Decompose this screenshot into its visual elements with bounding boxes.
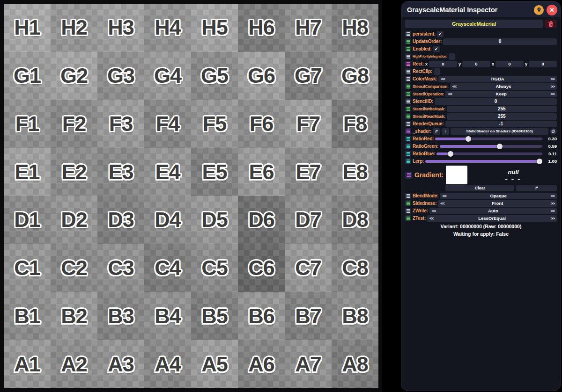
gradient-actions-row: Clear↱ bbox=[405, 185, 557, 191]
shader-null-button[interactable]: ∅ bbox=[550, 128, 557, 135]
board-cell-G4: G4 bbox=[144, 52, 191, 100]
lerp-slider[interactable] bbox=[425, 158, 542, 165]
stenciloperation-next-button[interactable]: >> bbox=[550, 92, 555, 96]
cell-label: A1 bbox=[14, 352, 40, 377]
gradient-swatch[interactable] bbox=[446, 166, 467, 184]
ztest-next-button[interactable]: >> bbox=[550, 216, 555, 221]
board-cell-F6: F6 bbox=[238, 100, 285, 148]
ztest-prev-button[interactable]: << bbox=[429, 216, 434, 221]
hamburger-icon bbox=[407, 107, 410, 111]
property-type-icon bbox=[405, 208, 411, 214]
blendmode-next-button[interactable]: >> bbox=[550, 194, 555, 198]
ztest-value: LessOrEqual bbox=[434, 216, 551, 221]
board-cell-F8: F8 bbox=[332, 100, 378, 148]
ratiored-value: 0.30 bbox=[544, 136, 557, 141]
shader-grab-button-1[interactable]: ↑ bbox=[442, 128, 449, 135]
colormask-prev-button[interactable]: << bbox=[441, 77, 445, 81]
sidedness-next-button[interactable]: >> bbox=[550, 201, 555, 206]
ratioblue-slider[interactable] bbox=[436, 151, 542, 157]
rect-x-0-field[interactable]: 0 bbox=[429, 61, 457, 67]
sidedness-prev-button[interactable]: << bbox=[440, 201, 444, 206]
hamburger-icon bbox=[407, 122, 410, 126]
cell-label: G4 bbox=[154, 64, 181, 88]
hamburger-icon bbox=[407, 152, 410, 156]
delete-button[interactable] bbox=[545, 20, 557, 28]
board-cell-D4: D4 bbox=[144, 196, 191, 244]
cell-label: F4 bbox=[156, 112, 180, 136]
highpriorityintegration-checkbox[interactable] bbox=[449, 53, 455, 60]
board-cell-A3: A3 bbox=[97, 340, 144, 388]
stencilcomparison-prev-button[interactable]: << bbox=[452, 84, 457, 89]
gradient-value-column: null– – – bbox=[470, 166, 557, 184]
close-button[interactable]: ✕ bbox=[547, 5, 557, 15]
hamburger-icon bbox=[407, 115, 410, 118]
board-cell-D8: D8 bbox=[332, 196, 378, 244]
slider-handle[interactable] bbox=[448, 151, 453, 157]
zwrite-next-button[interactable]: >> bbox=[550, 209, 555, 213]
renderqueue-value-field[interactable]: -1 bbox=[445, 121, 557, 127]
hamburger-icon bbox=[407, 173, 411, 177]
rect-y-1-field[interactable]: 0 bbox=[462, 61, 490, 67]
property-label: ColorMask: bbox=[413, 76, 437, 81]
cell-label: B2 bbox=[61, 304, 87, 328]
gradient-grab-button[interactable]: ↱ bbox=[516, 185, 557, 191]
ratiogreen-slider[interactable] bbox=[440, 143, 542, 150]
hamburger-icon bbox=[407, 85, 410, 88]
property-type-icon bbox=[405, 143, 411, 149]
row-persistent: persistent:✓ bbox=[405, 30, 557, 37]
stenciloperation-prev-button[interactable]: << bbox=[448, 92, 452, 96]
material-name-field[interactable]: GrayscaleMaterial bbox=[405, 20, 543, 28]
rect-y-3-field[interactable]: 0 bbox=[529, 61, 557, 67]
shader-grab-button-0[interactable]: ↱ bbox=[433, 128, 440, 135]
property-label: ZWrite: bbox=[413, 208, 428, 213]
row-gradient: Gradient:null– – –Clear↱ bbox=[405, 166, 557, 191]
slider-handle[interactable] bbox=[537, 159, 542, 164]
row-ratiored: RatioRed:0.30 bbox=[405, 135, 557, 142]
blendmode-enum-field: <<Opaque>> bbox=[440, 193, 557, 199]
cell-label: C8 bbox=[342, 256, 368, 280]
slider-fill bbox=[425, 160, 542, 163]
zwrite-prev-button[interactable]: << bbox=[432, 209, 436, 213]
stencilreadmask-value-field[interactable]: 255 bbox=[447, 113, 557, 120]
property-type-icon bbox=[405, 158, 411, 164]
board-cell-C1: C1 bbox=[4, 244, 51, 292]
gradient-clear-button[interactable]: Clear bbox=[445, 185, 514, 191]
slider-handle[interactable] bbox=[497, 144, 503, 149]
board-cell-F7: F7 bbox=[285, 100, 332, 148]
cell-label: C5 bbox=[201, 256, 228, 280]
row-stencilid: StencilID:0 bbox=[405, 98, 557, 105]
rectclip-checkbox[interactable] bbox=[434, 68, 440, 75]
shader-reference-field[interactable]: StaticShader on Shaders (ID68E8100) bbox=[451, 128, 548, 135]
enabled-checkbox[interactable]: ✓ bbox=[433, 46, 440, 52]
board-cell-E1: E1 bbox=[4, 148, 51, 196]
cell-label: F6 bbox=[250, 112, 274, 136]
updateorder-value-field[interactable]: 0 bbox=[443, 38, 557, 45]
slider-handle[interactable] bbox=[466, 136, 471, 142]
stencilwritemask-value-field[interactable]: 255 bbox=[447, 106, 557, 112]
board-cell-D7: D7 bbox=[285, 196, 332, 244]
ztest-enum-field: <<LessOrEqual>> bbox=[427, 215, 557, 222]
property-label: StencilID: bbox=[413, 99, 433, 104]
property-label: StencilReadMask: bbox=[413, 114, 445, 119]
stencilcomparison-next-button[interactable]: >> bbox=[550, 84, 555, 89]
board-cell-B4: B4 bbox=[144, 292, 191, 341]
persistent-checkbox[interactable]: ✓ bbox=[437, 31, 444, 37]
board-cell-G7: G7 bbox=[285, 52, 332, 100]
board-cell-H3: H3 bbox=[97, 4, 144, 52]
row-colormask: ColorMask:<<RGBA>> bbox=[405, 75, 557, 82]
row-ztest: ZTest:<<LessOrEqual>> bbox=[405, 215, 557, 222]
hamburger-icon bbox=[407, 202, 410, 205]
hamburger-icon bbox=[407, 70, 410, 73]
material-name-row: GrayscaleMaterial bbox=[405, 20, 557, 28]
cell-label: F3 bbox=[109, 112, 133, 136]
stencilid-value-field[interactable]: 0 bbox=[435, 98, 557, 105]
cell-label: H7 bbox=[295, 15, 321, 40]
board-cell-F2: F2 bbox=[51, 100, 97, 148]
rect-x-2-field[interactable]: 0 bbox=[495, 61, 524, 67]
blendmode-prev-button[interactable]: << bbox=[442, 194, 446, 198]
board-cell-A6: A6 bbox=[238, 340, 285, 388]
colormask-next-button[interactable]: >> bbox=[550, 77, 555, 81]
pin-button[interactable] bbox=[534, 5, 544, 15]
ratiored-slider[interactable] bbox=[435, 136, 542, 142]
cell-label: H3 bbox=[108, 15, 134, 40]
